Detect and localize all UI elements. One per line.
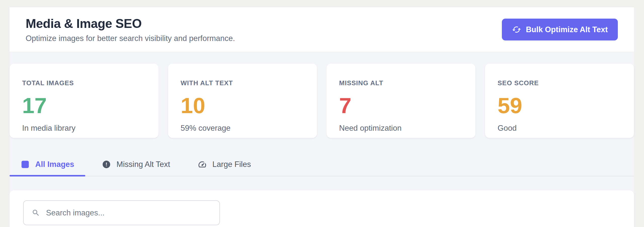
image-icon: [21, 160, 30, 169]
stats-row: TOTAL IMAGES 17 In media library WITH AL…: [10, 64, 634, 138]
stat-subtext: In media library: [22, 124, 146, 133]
search-images-input[interactable]: [46, 208, 211, 217]
images-panel: [10, 190, 634, 227]
tab-missing-alt-text[interactable]: Missing Alt Text: [91, 153, 181, 176]
page-subtitle: Optimize images for better search visibi…: [26, 34, 235, 43]
bulk-optimize-alt-text-button[interactable]: Bulk Optimize Alt Text: [502, 19, 618, 40]
tab-label: Missing Alt Text: [116, 160, 170, 169]
stat-subtext: Need optimization: [339, 124, 463, 133]
sync-icon: [512, 25, 521, 34]
stat-value: 7: [339, 95, 463, 117]
search-icon: [32, 209, 40, 217]
stat-label: SEO SCORE: [498, 79, 621, 87]
stat-subtext: 59% coverage: [181, 124, 304, 133]
speed-icon: [198, 160, 207, 169]
error-icon: [102, 160, 111, 169]
stat-label: MISSING ALT: [339, 79, 463, 87]
stat-card-seo-score: SEO SCORE 59 Good: [485, 64, 634, 138]
tab-label: All Images: [35, 160, 74, 169]
stat-card-missing-alt: MISSING ALT 7 Need optimization: [327, 64, 475, 138]
search-box: [23, 200, 220, 225]
content-area: TOTAL IMAGES 17 In media library WITH AL…: [10, 52, 634, 227]
stat-label: WITH ALT TEXT: [181, 79, 304, 87]
page-header: Media & Image SEO Optimize images for be…: [10, 7, 634, 52]
stat-value: 59: [498, 95, 621, 117]
page-title: Media & Image SEO: [26, 16, 235, 31]
tab-large-files[interactable]: Large Files: [187, 153, 262, 176]
page-title-block: Media & Image SEO Optimize images for be…: [26, 16, 235, 43]
stat-value: 10: [181, 95, 304, 117]
stat-label: TOTAL IMAGES: [22, 79, 146, 87]
tab-label: Large Files: [212, 160, 251, 169]
stat-card-total-images: TOTAL IMAGES 17 In media library: [10, 64, 158, 138]
stat-card-with-alt-text: WITH ALT TEXT 10 59% coverage: [168, 64, 317, 138]
stat-value: 17: [22, 95, 146, 117]
bulk-optimize-button-label: Bulk Optimize Alt Text: [526, 25, 608, 34]
tab-bar: All Images Missing Alt Text Large Files: [10, 153, 634, 176]
stat-subtext: Good: [498, 124, 621, 133]
tab-all-images[interactable]: All Images: [10, 153, 85, 176]
